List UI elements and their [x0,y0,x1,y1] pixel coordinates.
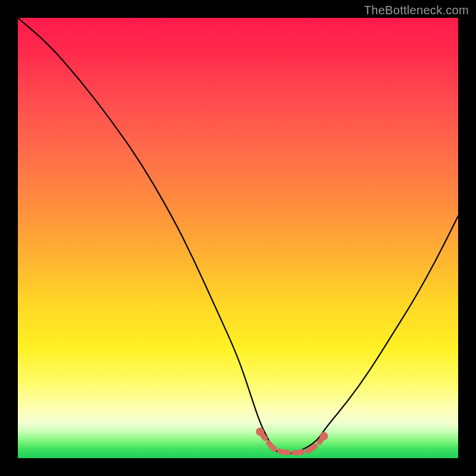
watermark-text: TheBottleneck.com [364,4,469,17]
bottleneck-chart-svg [18,18,458,458]
plot-area [18,18,458,458]
bottleneck-curve-line [18,18,458,454]
bottleneck-marker-dot [320,432,328,440]
chart-frame: TheBottleneck.com [0,0,476,476]
bottleneck-marker-dot [256,428,264,436]
